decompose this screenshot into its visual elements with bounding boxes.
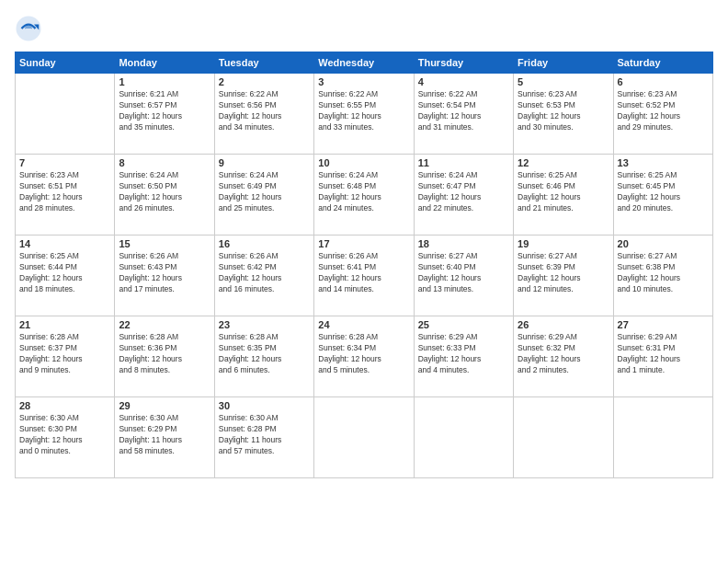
day-cell: 23Sunrise: 6:28 AM Sunset: 6:35 PM Dayli… xyxy=(214,316,313,397)
day-cell: 12Sunrise: 6:25 AM Sunset: 6:46 PM Dayli… xyxy=(514,155,613,236)
day-cell: 30Sunrise: 6:30 AM Sunset: 6:28 PM Dayli… xyxy=(214,397,313,478)
day-number: 16 xyxy=(219,238,310,249)
day-info: Sunrise: 6:23 AM Sunset: 6:53 PM Dayligh… xyxy=(518,89,609,133)
day-number: 4 xyxy=(418,76,509,87)
day-info: Sunrise: 6:24 AM Sunset: 6:49 PM Dayligh… xyxy=(219,170,310,214)
header-day-monday: Monday xyxy=(115,52,214,74)
calendar-table: SundayMondayTuesdayWednesdayThursdayFrid… xyxy=(15,52,713,478)
day-info: Sunrise: 6:29 AM Sunset: 6:33 PM Dayligh… xyxy=(418,332,509,376)
day-cell: 27Sunrise: 6:29 AM Sunset: 6:31 PM Dayli… xyxy=(613,316,712,397)
day-number: 23 xyxy=(219,319,310,330)
day-cell: 3Sunrise: 6:22 AM Sunset: 6:55 PM Daylig… xyxy=(314,74,414,155)
day-cell xyxy=(613,397,712,478)
day-info: Sunrise: 6:28 AM Sunset: 6:35 PM Dayligh… xyxy=(219,332,310,376)
day-cell: 10Sunrise: 6:24 AM Sunset: 6:48 PM Dayli… xyxy=(314,155,414,236)
day-info: Sunrise: 6:26 AM Sunset: 6:41 PM Dayligh… xyxy=(318,251,409,295)
day-number: 6 xyxy=(618,76,709,87)
day-info: Sunrise: 6:25 AM Sunset: 6:45 PM Dayligh… xyxy=(618,170,709,214)
day-info: Sunrise: 6:27 AM Sunset: 6:38 PM Dayligh… xyxy=(618,251,709,295)
day-cell: 22Sunrise: 6:28 AM Sunset: 6:36 PM Dayli… xyxy=(115,316,214,397)
day-number: 2 xyxy=(219,76,310,87)
week-row-4: 21Sunrise: 6:28 AM Sunset: 6:37 PM Dayli… xyxy=(16,316,713,397)
day-number: 25 xyxy=(418,319,509,330)
day-number: 24 xyxy=(318,319,409,330)
day-info: Sunrise: 6:22 AM Sunset: 6:56 PM Dayligh… xyxy=(219,89,310,133)
day-info: Sunrise: 6:29 AM Sunset: 6:32 PM Dayligh… xyxy=(518,332,609,376)
logo xyxy=(15,15,46,42)
day-info: Sunrise: 6:23 AM Sunset: 6:51 PM Dayligh… xyxy=(19,170,110,214)
day-number: 3 xyxy=(318,76,409,87)
day-number: 29 xyxy=(119,400,210,411)
day-info: Sunrise: 6:22 AM Sunset: 6:54 PM Dayligh… xyxy=(418,89,509,133)
day-cell xyxy=(314,397,414,478)
day-number: 13 xyxy=(618,157,709,168)
day-number: 1 xyxy=(119,76,210,87)
day-cell: 2Sunrise: 6:22 AM Sunset: 6:56 PM Daylig… xyxy=(214,74,313,155)
day-info: Sunrise: 6:28 AM Sunset: 6:36 PM Dayligh… xyxy=(119,332,210,376)
day-info: Sunrise: 6:21 AM Sunset: 6:57 PM Dayligh… xyxy=(119,89,210,133)
week-row-1: 1Sunrise: 6:21 AM Sunset: 6:57 PM Daylig… xyxy=(16,74,713,155)
day-number: 22 xyxy=(119,319,210,330)
day-cell: 25Sunrise: 6:29 AM Sunset: 6:33 PM Dayli… xyxy=(414,316,513,397)
day-number: 15 xyxy=(119,238,210,249)
day-info: Sunrise: 6:28 AM Sunset: 6:34 PM Dayligh… xyxy=(318,332,409,376)
day-info: Sunrise: 6:25 AM Sunset: 6:44 PM Dayligh… xyxy=(19,251,110,295)
day-number: 21 xyxy=(19,319,110,330)
day-info: Sunrise: 6:26 AM Sunset: 6:43 PM Dayligh… xyxy=(119,251,210,295)
header-day-thursday: Thursday xyxy=(414,52,513,74)
logo-icon xyxy=(15,15,42,42)
header-day-wednesday: Wednesday xyxy=(314,52,414,74)
day-cell xyxy=(514,397,613,478)
header-day-sunday: Sunday xyxy=(16,52,115,74)
day-number: 5 xyxy=(518,76,609,87)
day-cell: 17Sunrise: 6:26 AM Sunset: 6:41 PM Dayli… xyxy=(314,236,414,316)
day-cell: 4Sunrise: 6:22 AM Sunset: 6:54 PM Daylig… xyxy=(414,74,513,155)
day-number: 11 xyxy=(418,157,509,168)
day-cell: 18Sunrise: 6:27 AM Sunset: 6:40 PM Dayli… xyxy=(414,236,513,316)
day-info: Sunrise: 6:30 AM Sunset: 6:30 PM Dayligh… xyxy=(19,413,110,457)
day-number: 19 xyxy=(518,238,609,249)
day-cell: 5Sunrise: 6:23 AM Sunset: 6:53 PM Daylig… xyxy=(514,74,613,155)
day-number: 26 xyxy=(518,319,609,330)
day-number: 17 xyxy=(318,238,409,249)
day-number: 18 xyxy=(418,238,509,249)
header-row: SundayMondayTuesdayWednesdayThursdayFrid… xyxy=(16,52,713,74)
header xyxy=(15,15,713,42)
day-cell: 19Sunrise: 6:27 AM Sunset: 6:39 PM Dayli… xyxy=(514,236,613,316)
header-day-saturday: Saturday xyxy=(613,52,712,74)
day-number: 20 xyxy=(618,238,709,249)
day-cell xyxy=(16,74,115,155)
day-info: Sunrise: 6:30 AM Sunset: 6:29 PM Dayligh… xyxy=(119,413,210,457)
day-cell: 1Sunrise: 6:21 AM Sunset: 6:57 PM Daylig… xyxy=(115,74,214,155)
day-cell: 24Sunrise: 6:28 AM Sunset: 6:34 PM Dayli… xyxy=(314,316,414,397)
day-cell: 28Sunrise: 6:30 AM Sunset: 6:30 PM Dayli… xyxy=(16,397,115,478)
day-number: 9 xyxy=(219,157,310,168)
day-info: Sunrise: 6:24 AM Sunset: 6:47 PM Dayligh… xyxy=(418,170,509,214)
day-cell: 16Sunrise: 6:26 AM Sunset: 6:42 PM Dayli… xyxy=(214,236,313,316)
day-info: Sunrise: 6:24 AM Sunset: 6:48 PM Dayligh… xyxy=(318,170,409,214)
day-cell: 26Sunrise: 6:29 AM Sunset: 6:32 PM Dayli… xyxy=(514,316,613,397)
day-number: 10 xyxy=(318,157,409,168)
day-number: 8 xyxy=(119,157,210,168)
week-row-3: 14Sunrise: 6:25 AM Sunset: 6:44 PM Dayli… xyxy=(16,236,713,316)
day-cell: 20Sunrise: 6:27 AM Sunset: 6:38 PM Dayli… xyxy=(613,236,712,316)
day-cell: 11Sunrise: 6:24 AM Sunset: 6:47 PM Dayli… xyxy=(414,155,513,236)
day-number: 7 xyxy=(19,157,110,168)
day-info: Sunrise: 6:27 AM Sunset: 6:40 PM Dayligh… xyxy=(418,251,509,295)
day-info: Sunrise: 6:27 AM Sunset: 6:39 PM Dayligh… xyxy=(518,251,609,295)
week-row-2: 7Sunrise: 6:23 AM Sunset: 6:51 PM Daylig… xyxy=(16,155,713,236)
day-cell: 15Sunrise: 6:26 AM Sunset: 6:43 PM Dayli… xyxy=(115,236,214,316)
header-day-friday: Friday xyxy=(514,52,613,74)
day-cell: 9Sunrise: 6:24 AM Sunset: 6:49 PM Daylig… xyxy=(214,155,313,236)
day-info: Sunrise: 6:24 AM Sunset: 6:50 PM Dayligh… xyxy=(119,170,210,214)
day-cell: 8Sunrise: 6:24 AM Sunset: 6:50 PM Daylig… xyxy=(115,155,214,236)
page: SundayMondayTuesdayWednesdayThursdayFrid… xyxy=(0,0,728,563)
week-row-5: 28Sunrise: 6:30 AM Sunset: 6:30 PM Dayli… xyxy=(16,397,713,478)
header-day-tuesday: Tuesday xyxy=(214,52,313,74)
day-number: 30 xyxy=(219,400,310,411)
day-cell: 29Sunrise: 6:30 AM Sunset: 6:29 PM Dayli… xyxy=(115,397,214,478)
day-cell xyxy=(414,397,513,478)
day-info: Sunrise: 6:25 AM Sunset: 6:46 PM Dayligh… xyxy=(518,170,609,214)
day-info: Sunrise: 6:30 AM Sunset: 6:28 PM Dayligh… xyxy=(219,413,310,457)
day-cell: 6Sunrise: 6:23 AM Sunset: 6:52 PM Daylig… xyxy=(613,74,712,155)
